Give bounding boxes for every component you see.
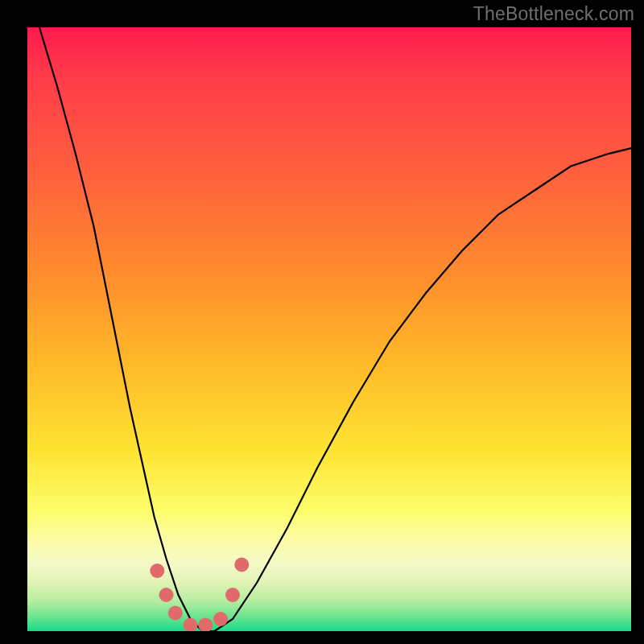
highlight-bead: [168, 606, 183, 621]
highlight-bead: [225, 588, 240, 602]
highlight-bead: [184, 618, 198, 632]
curve-line: [39, 27, 631, 631]
highlight-beads: [150, 558, 249, 632]
plot-area: [27, 27, 631, 631]
highlight-bead: [234, 558, 249, 572]
highlight-bead: [150, 564, 164, 578]
chart-frame: TheBottleneck.com: [0, 0, 644, 644]
highlight-bead: [213, 612, 228, 626]
watermark-text: TheBottleneck.com: [473, 3, 634, 25]
highlight-bead: [159, 588, 174, 602]
highlight-bead: [198, 618, 213, 632]
bottleneck-curve: [27, 27, 631, 631]
